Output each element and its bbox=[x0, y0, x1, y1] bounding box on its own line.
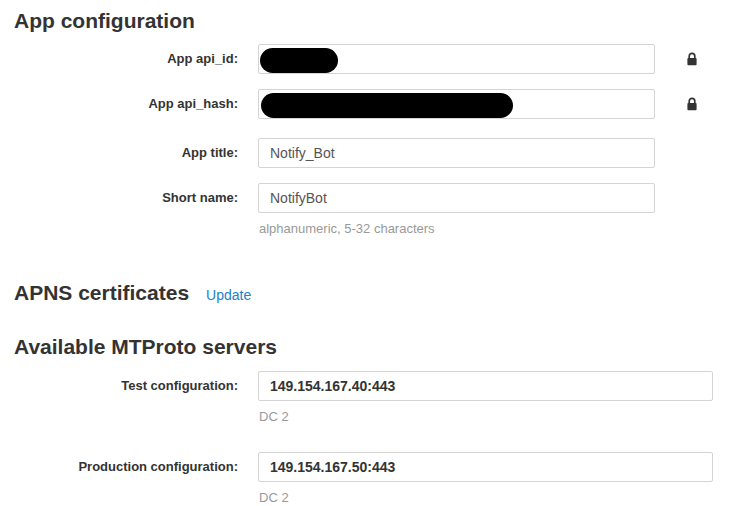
app-title-control bbox=[258, 138, 655, 168]
short-name-helper-text: alphanumeric, 5-32 characters bbox=[258, 221, 655, 236]
production-configuration-label: Production configuration: bbox=[0, 452, 238, 482]
apns-title: APNS certificates bbox=[14, 282, 189, 304]
form-row-app-title: App title: bbox=[0, 138, 752, 168]
api-hash-label: App api_hash: bbox=[0, 89, 238, 119]
apns-update-link[interactable]: Update bbox=[206, 287, 251, 303]
api-hash-input[interactable] bbox=[258, 89, 655, 119]
production-configuration-control: DC 2 bbox=[258, 452, 713, 505]
app-configuration-page: App configuration App api_id: App api_ha… bbox=[0, 0, 752, 506]
api-id-control bbox=[258, 44, 655, 74]
production-configuration-dc-text: DC 2 bbox=[258, 490, 713, 505]
api-id-input[interactable] bbox=[258, 44, 655, 74]
production-configuration-input[interactable] bbox=[258, 452, 713, 482]
form-row-api-hash: App api_hash: bbox=[0, 89, 752, 119]
mtproto-title: Available MTProto servers bbox=[0, 336, 752, 358]
app-title-label: App title: bbox=[0, 138, 238, 168]
form-row-api-id: App api_id: bbox=[0, 44, 752, 74]
page-title: App configuration bbox=[0, 0, 752, 32]
short-name-input[interactable] bbox=[258, 183, 655, 213]
test-configuration-label: Test configuration: bbox=[0, 371, 238, 401]
app-title-input[interactable] bbox=[258, 138, 655, 168]
lock-icon bbox=[686, 52, 698, 66]
form-row-short-name: Short name: alphanumeric, 5-32 character… bbox=[0, 183, 752, 236]
short-name-control: alphanumeric, 5-32 characters bbox=[258, 183, 655, 236]
lock-icon bbox=[686, 97, 698, 111]
test-configuration-dc-text: DC 2 bbox=[258, 409, 713, 424]
form-row-production-configuration: Production configuration: DC 2 bbox=[0, 452, 752, 505]
apns-section-header: APNS certificates Update bbox=[0, 282, 752, 304]
api-id-label: App api_id: bbox=[0, 44, 238, 74]
form-row-test-configuration: Test configuration: DC 2 bbox=[0, 371, 752, 424]
api-hash-control bbox=[258, 89, 655, 119]
test-configuration-control: DC 2 bbox=[258, 371, 713, 424]
test-configuration-input[interactable] bbox=[258, 371, 713, 401]
short-name-label: Short name: bbox=[0, 183, 238, 213]
